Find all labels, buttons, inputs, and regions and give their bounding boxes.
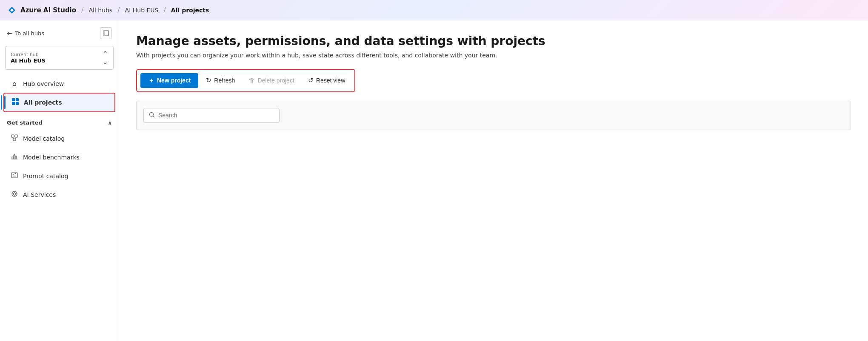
main-layout: ← To all hubs Current hub AI Hub EUS ⌃⌄ … [0,20,868,341]
search-input-wrapper[interactable] [143,108,280,123]
reset-view-button[interactable]: ↺ Reset view [302,73,351,88]
svg-rect-10 [11,173,17,178]
toolbar: ＋ New project ↻ Refresh 🗑 Delete project… [136,69,355,92]
plus-icon: ＋ [148,77,154,85]
hub-selector[interactable]: Current hub AI Hub EUS ⌃⌄ [5,46,114,70]
svg-point-12 [14,193,16,195]
sidebar: ← To all hubs Current hub AI Hub EUS ⌃⌄ … [0,20,119,341]
sidebar-item-hub-overview[interactable]: ⌂ Hub overview [3,75,115,92]
svg-rect-5 [16,102,19,105]
breadcrumb-all-projects: All projects [171,7,209,14]
sidebar-nav: ⌂ Hub overview All projects [0,73,119,114]
delete-project-button[interactable]: 🗑 Delete project [243,74,300,88]
sidebar-label-model-catalog: Model catalog [23,135,65,142]
sidebar-label-prompt-catalog: Prompt catalog [23,173,68,179]
refresh-button[interactable]: ↻ Refresh [200,73,241,88]
get-started-section-header: Get started ∧ [0,114,119,128]
sidebar-item-model-benchmarks[interactable]: Model benchmarks [3,148,115,166]
breadcrumb-all-hubs[interactable]: All hubs [89,7,112,14]
new-project-button[interactable]: ＋ New project [140,73,198,88]
back-arrow-icon: ← [7,29,12,37]
svg-rect-4 [12,102,15,105]
hub-info: Current hub AI Hub EUS [11,52,46,64]
svg-rect-2 [12,98,15,101]
breadcrumb-hub-eus[interactable]: AI Hub EUS [125,7,159,14]
hub-current-label: Current hub [11,52,46,57]
svg-rect-7 [15,135,17,137]
sidebar-collapse-button[interactable] [100,27,112,39]
logo-icon [7,5,17,15]
prompt-catalog-icon [10,171,19,181]
sidebar-top: ← To all hubs [0,20,119,43]
sidebar-label-ai-services: AI Services [23,191,56,198]
search-icon [149,112,155,119]
page-subtitle: With projects you can organize your work… [136,52,519,59]
app-name: Azure AI Studio [20,6,76,14]
svg-rect-8 [13,138,16,141]
svg-rect-1 [103,31,105,36]
home-icon: ⌂ [10,80,19,88]
trash-icon: 🗑 [248,77,255,84]
benchmarks-icon [10,153,19,162]
svg-rect-3 [16,98,19,101]
app-logo[interactable]: Azure AI Studio [7,5,76,15]
reset-icon: ↺ [308,77,314,84]
sidebar-label-all-projects: All projects [24,99,62,106]
model-catalog-icon [10,134,19,143]
sidebar-item-prompt-catalog[interactable]: Prompt catalog [3,167,115,185]
topbar: Azure AI Studio / All hubs / AI Hub EUS … [0,0,868,20]
hub-chevron-icon: ⌃⌄ [103,50,108,66]
search-input[interactable] [158,112,274,119]
sidebar-label-hub-overview: Hub overview [23,80,64,87]
page-title: Manage assets, permissions, and data set… [136,34,851,48]
back-label: To all hubs [15,30,44,37]
sidebar-label-model-benchmarks: Model benchmarks [23,154,80,161]
reset-view-label: Reset view [316,77,345,84]
section-chevron-icon[interactable]: ∧ [108,120,112,126]
refresh-icon: ↻ [206,77,211,84]
projects-grid-icon [11,98,20,107]
main-content: Manage assets, permissions, and data set… [119,20,868,341]
get-started-nav: Model catalog Model benchmarks [0,128,119,206]
get-started-label: Get started [7,119,43,126]
active-indicator [4,96,6,109]
collapse-icon [103,30,109,36]
new-project-label: New project [157,77,191,84]
hub-name: AI Hub EUS [11,57,46,64]
svg-rect-6 [11,135,14,137]
delete-project-label: Delete project [257,77,294,84]
breadcrumb-sep-1: / [81,6,83,14]
svg-point-9 [14,154,15,155]
back-to-hubs-link[interactable]: ← To all hubs [7,29,44,37]
breadcrumb-sep-3: / [163,6,166,14]
sidebar-item-all-projects[interactable]: All projects [3,93,115,112]
ai-services-icon [10,190,19,199]
refresh-label: Refresh [214,77,235,84]
sidebar-item-ai-services[interactable]: AI Services [3,186,115,204]
search-container [136,101,851,130]
breadcrumb-sep-2: / [117,6,120,14]
sidebar-item-model-catalog[interactable]: Model catalog [3,130,115,148]
